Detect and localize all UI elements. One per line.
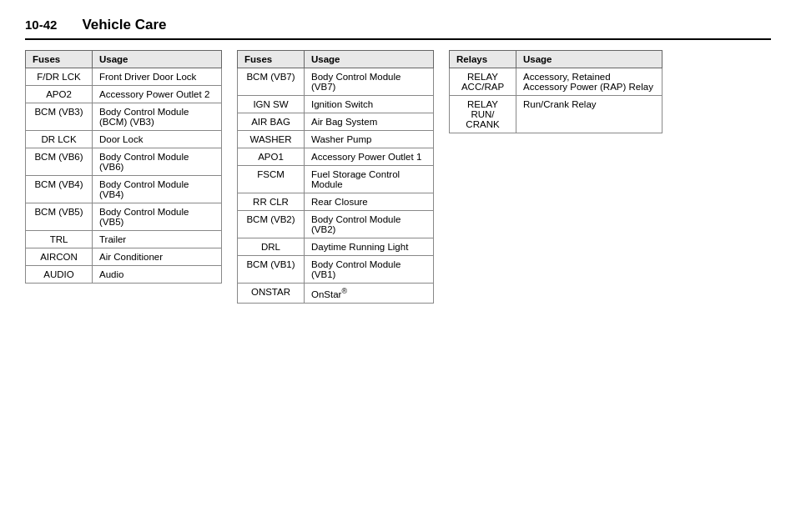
fuse-cell: ONSTAR xyxy=(238,284,305,304)
fuse-cell: AIRCON xyxy=(26,248,93,266)
usage-cell: Washer Pump xyxy=(305,131,434,148)
fuse-cell: BCM (VB2) xyxy=(238,211,305,238)
table-row: FSCMFuel Storage Control Module xyxy=(238,166,434,193)
usage-cell: Door Lock xyxy=(93,131,222,148)
table-row: BCM (VB5)Body Control Module (VB5) xyxy=(26,203,222,231)
table-row: DR LCKDoor Lock xyxy=(26,131,222,148)
fuses-table-2: Fuses Usage BCM (VB7)Body Control Module… xyxy=(237,50,434,304)
table2-fuses-header: Fuses xyxy=(238,51,305,68)
table-row: AIR BAGAir Bag System xyxy=(238,113,434,131)
usage-cell: Accessory Power Outlet 1 xyxy=(305,148,434,166)
usage-cell: Air Conditioner xyxy=(93,248,222,266)
fuse-cell: FSCM xyxy=(238,166,305,193)
fuse-cell: WASHER xyxy=(238,131,305,148)
table2-usage-header: Usage xyxy=(305,51,434,68)
table-row: RR CLRRear Closure xyxy=(238,193,434,211)
tables-container: Fuses Usage F/DR LCKFront Driver Door Lo… xyxy=(25,50,771,304)
fuse-cell: APO1 xyxy=(238,148,305,166)
table3-relays-header: Relays xyxy=(450,51,516,68)
fuse-cell: BCM (VB4) xyxy=(26,176,93,203)
fuse-cell: AIR BAG xyxy=(238,113,305,131)
table-row: APO1Accessory Power Outlet 1 xyxy=(238,148,434,166)
table-row: BCM (VB3)Body Control Module (BCM) (VB3) xyxy=(26,103,222,131)
fuse-cell: BCM (VB1) xyxy=(238,256,305,284)
page-title: Vehicle Care xyxy=(82,17,166,33)
fuse-cell: F/DR LCK xyxy=(26,68,93,86)
usage-cell: Air Bag System xyxy=(305,113,434,131)
table-row: WASHERWasher Pump xyxy=(238,131,434,148)
table-row: BCM (VB7)Body Control Module (VB7) xyxy=(238,68,434,96)
fuse-cell: BCM (VB6) xyxy=(26,148,93,176)
usage-cell: Ignition Switch xyxy=(305,96,434,113)
usage-cell: Body Control Module (VB6) xyxy=(93,148,222,176)
usage-cell: Fuel Storage Control Module xyxy=(305,166,434,193)
relay-cell: RELAY ACC/RAP xyxy=(450,68,516,96)
usage-cell: Daytime Running Light xyxy=(305,238,434,256)
table-row: AUDIOAudio xyxy=(26,266,222,284)
fuse-cell: AUDIO xyxy=(26,266,93,284)
table3-usage-header: Usage xyxy=(516,51,662,68)
table-row: ONSTAROnStar® xyxy=(238,284,434,304)
usage-cell: Body Control Module (VB1) xyxy=(305,256,434,284)
table-row: BCM (VB1)Body Control Module (VB1) xyxy=(238,256,434,284)
fuse-cell: BCM (VB7) xyxy=(238,68,305,96)
fuse-cell: BCM (VB5) xyxy=(26,203,93,231)
table-row: F/DR LCKFront Driver Door Lock xyxy=(26,68,222,86)
fuses-table-1: Fuses Usage F/DR LCKFront Driver Door Lo… xyxy=(25,50,222,284)
usage-cell: Body Control Module (BCM) (VB3) xyxy=(93,103,222,131)
table-row: BCM (VB6)Body Control Module (VB6) xyxy=(26,148,222,176)
table-row: BCM (VB4)Body Control Module (VB4) xyxy=(26,176,222,203)
usage-cell: Rear Closure xyxy=(305,193,434,211)
usage-cell: Trailer xyxy=(93,231,222,248)
table-row: BCM (VB2)Body Control Module (VB2) xyxy=(238,211,434,238)
table-row: TRLTrailer xyxy=(26,231,222,248)
usage-cell: Accessory Power Outlet 2 xyxy=(93,86,222,103)
fuse-cell: APO2 xyxy=(26,86,93,103)
table1-fuses-header: Fuses xyxy=(26,51,93,68)
usage-cell: Body Control Module (VB4) xyxy=(93,176,222,203)
usage-cell: Body Control Module (VB2) xyxy=(305,211,434,238)
table-row: RELAY ACC/RAPAccessory, Retained Accesso… xyxy=(450,68,662,96)
relays-table: Relays Usage RELAY ACC/RAPAccessory, Ret… xyxy=(449,50,662,133)
table-row: RELAY RUN/ CRANKRun/Crank Relay xyxy=(450,96,662,133)
usage-cell: Front Driver Door Lock xyxy=(93,68,222,86)
usage-cell: Run/Crank Relay xyxy=(516,96,662,133)
fuse-cell: DRL xyxy=(238,238,305,256)
fuse-cell: TRL xyxy=(26,231,93,248)
relay-cell: RELAY RUN/ CRANK xyxy=(450,96,516,133)
table1-usage-header: Usage xyxy=(93,51,222,68)
usage-cell: Body Control Module (VB7) xyxy=(305,68,434,96)
usage-cell: Accessory, Retained Accessory Power (RAP… xyxy=(516,68,662,96)
table-row: IGN SWIgnition Switch xyxy=(238,96,434,113)
fuse-cell: BCM (VB3) xyxy=(26,103,93,131)
usage-cell: OnStar® xyxy=(305,284,434,304)
table-row: AIRCONAir Conditioner xyxy=(26,248,222,266)
fuse-cell: DR LCK xyxy=(26,131,93,148)
usage-cell: Body Control Module (VB5) xyxy=(93,203,222,231)
table-row: DRLDaytime Running Light xyxy=(238,238,434,256)
table-row: APO2Accessory Power Outlet 2 xyxy=(26,86,222,103)
fuse-cell: IGN SW xyxy=(238,96,305,113)
usage-cell: Audio xyxy=(93,266,222,284)
page-number: 10-42 xyxy=(25,18,57,32)
fuse-cell: RR CLR xyxy=(238,193,305,211)
